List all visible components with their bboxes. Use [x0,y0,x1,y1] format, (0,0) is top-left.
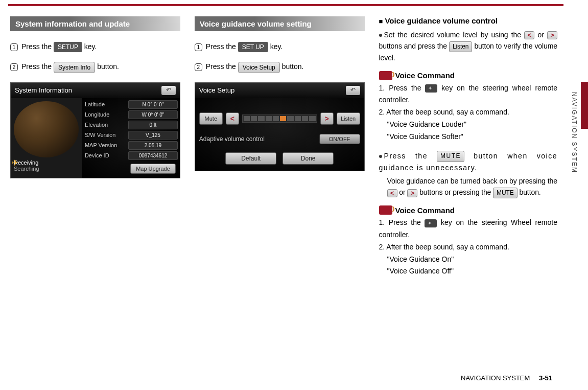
sysinfo-titlebar: System Information ↶ [11,83,180,98]
voice-setup-button: Voice Setup [238,62,280,73]
voice-command-icon [379,71,392,80]
mute-paragraph-2: Voice guidance can be turned back on by … [387,175,557,198]
vc2-line2: 2. After the beep sound, say a command. [379,241,557,254]
side-tab: NAVIGATION SYSTEM [568,15,588,240]
mic-icon [425,84,437,93]
mute-inline-button: MUTE [493,188,518,198]
column-voice-control: ■Voice guidance volume control Set the d… [379,16,557,278]
globe-icon [14,101,79,157]
column-system-info: System information and update 1 Press th… [10,16,180,278]
system-information-screenshot: System Information ↶ ✈ Receiving Searchi… [10,82,180,178]
voice-command-icon [379,205,392,215]
bullet-icon [379,34,382,37]
setup-key: SETUP [54,42,82,52]
voice-setup-screenshot: Voice Setup ↶ Mute < > Listen Adaptive v [195,82,365,171]
voice-step-2: 2 Press the Voice Setup button. [195,61,365,73]
setup-key: SET UP [238,42,268,52]
listen-button[interactable]: Listen [337,112,360,125]
listen-inline-button: Listen [449,41,472,52]
step-number-1: 1 [195,43,202,51]
side-tab-label: NAVIGATION SYSTEM [571,92,578,173]
vc1-quote2: "Voice Guidance Softer" [387,131,557,143]
volume-bar [242,114,317,123]
voice-command-header-2: Voice Command [379,205,557,215]
vc1-quote1: "Voice Guidance Louder" [387,119,557,131]
column-voice-setup: Voice guidance volume setting 1 Press th… [195,16,365,278]
map-upgrade-button[interactable]: Map Upgrade [130,164,176,174]
satellite-icon: ✈ [12,158,18,168]
step-number-2: 2 [10,63,18,71]
right-arrow-icon: > [407,189,417,197]
vc2-line1: 1. Press the key on the steering Wheel r… [379,217,557,241]
side-tab-accent [581,82,588,129]
volume-up-button[interactable]: > [320,112,334,125]
vc1-line1: 1. Press the key on the steering wheel r… [379,82,557,107]
searching-label: Searching [14,166,79,172]
voice-command-header-1: Voice Command [379,71,557,80]
receiving-label: Receiving [14,159,79,166]
bullet-icon [379,155,382,158]
page-columns: System information and update 1 Press th… [0,6,588,278]
volume-row: Mute < > Listen [199,112,360,125]
sysinfo-step-1: 1 Press the SETUP key. [10,41,180,52]
mute-inline-button: MUTE [437,151,464,162]
voice-titlebar: Voice Setup ↶ [195,83,364,98]
section-header-voice: Voice guidance volume setting [195,16,365,31]
back-icon[interactable]: ↶ [346,86,360,95]
voice-control-heading: ■Voice guidance volume control [379,16,557,25]
page-number: 3-51 [539,374,552,382]
mute-button[interactable]: Mute [199,112,223,125]
left-arrow-icon: < [524,31,534,39]
default-button[interactable]: Default [225,152,276,165]
page-footer: NAVIGATION SYSTEM 3-51 [461,374,552,382]
left-arrow-icon: < [387,189,397,197]
sysinfo-step-2: 2 Press the System Info button. [10,61,180,73]
step-number-2: 2 [195,63,202,71]
globe-pane: ✈ Receiving Searching [11,98,82,178]
volume-down-button[interactable]: < [226,112,239,125]
system-info-button: System Info [54,62,95,73]
vc2-quote2: "Voice Guidance Off" [387,265,557,278]
onoff-button[interactable]: ON/OFF [319,134,360,144]
adaptive-row: Adaptive volume control ON/OFF [199,134,360,144]
vc2-quote1: "Voice Guidance On" [387,254,557,266]
vc1-line2: 2. After the beep sound, say a command. [379,106,557,119]
right-arrow-icon: > [547,31,557,39]
back-icon[interactable]: ↶ [161,86,176,95]
step-number-1: 1 [10,43,18,51]
info-pane: LatitudeN 0° 0' 0" LongitudeW 0° 0' 0" E… [82,98,180,178]
square-bullet-icon: ■ [379,17,383,25]
mute-paragraph: Press the MUTE button when voice guidanc… [379,150,557,173]
done-button[interactable]: Done [283,152,334,165]
section-header-sysinfo: System information and update [10,16,180,31]
mic-icon [425,219,437,227]
voice-control-p1: Set the desired volume level by using th… [379,29,557,64]
voice-step-1: 1 Press the SET UP key. [195,41,365,52]
